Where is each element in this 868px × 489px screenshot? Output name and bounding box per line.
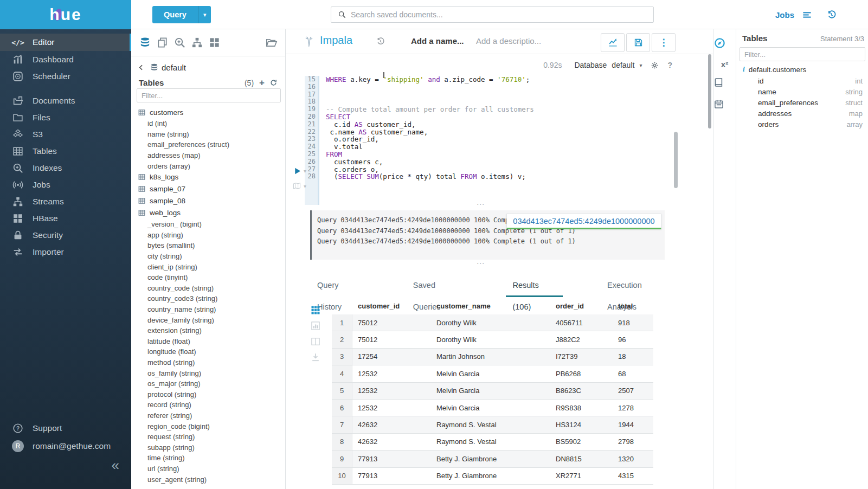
- tab-query-history[interactable]: Query History: [311, 274, 369, 297]
- column-item[interactable]: addresses (map): [131, 150, 285, 161]
- right-panel-filter-input[interactable]: [740, 47, 865, 61]
- hdfs-assist-icon[interactable]: [191, 36, 203, 49]
- apps-assist-icon[interactable]: [208, 36, 221, 49]
- jobs-list-icon[interactable]: [802, 10, 812, 20]
- active-table-name[interactable]: default.customers: [749, 66, 807, 74]
- breadcrumb-database[interactable]: default: [162, 63, 186, 72]
- database-caret-icon[interactable]: ▾: [639, 62, 642, 68]
- column-header[interactable]: customer_name: [428, 302, 548, 310]
- execute-options-caret-icon[interactable]: ▾: [304, 168, 306, 174]
- column-item[interactable]: request (string): [131, 432, 285, 442]
- right-column-item[interactable]: idint: [736, 75, 868, 86]
- log-resize-handle[interactable]: ⋯: [465, 202, 497, 207]
- sidebar-item-editor[interactable]: </>Editor: [0, 34, 131, 51]
- chart-view-icon[interactable]: [310, 320, 321, 331]
- query-name-field[interactable]: Add a name...: [411, 36, 464, 46]
- right-column-item[interactable]: addressesmap: [736, 108, 868, 119]
- column-item[interactable]: subapp (string): [131, 442, 285, 453]
- sql-assist-icon[interactable]: [139, 36, 151, 49]
- column-item[interactable]: longitude (float): [131, 346, 285, 357]
- sidebar-item-support[interactable]: ? Support: [0, 420, 131, 436]
- column-item[interactable]: time (string): [131, 453, 285, 464]
- column-header[interactable]: total: [608, 302, 653, 310]
- database-selector[interactable]: default: [612, 61, 634, 69]
- sidebar-item-streams[interactable]: Streams: [0, 193, 131, 210]
- column-item[interactable]: referer (string): [131, 410, 285, 421]
- hue-logo[interactable]: hue: [0, 0, 131, 29]
- more-actions-button[interactable]: ⋮: [652, 33, 676, 52]
- query-description-field[interactable]: Add a descriptio...: [476, 36, 541, 46]
- info-icon[interactable]: i: [743, 65, 745, 74]
- column-item[interactable]: extension (string): [131, 325, 285, 336]
- add-table-button[interactable]: +: [259, 79, 265, 87]
- sidebar-item-s3[interactable]: S3: [0, 126, 131, 143]
- column-item[interactable]: name (string): [131, 129, 285, 140]
- column-item[interactable]: client_ip (string): [131, 261, 285, 272]
- new-query-button[interactable]: Query ▾: [152, 6, 211, 23]
- query-dropdown-caret-icon[interactable]: ▾: [198, 6, 211, 23]
- solr-assist-icon[interactable]: [173, 36, 186, 49]
- column-item[interactable]: os_family (string): [131, 368, 285, 378]
- active-table-row[interactable]: i default.customers: [743, 65, 806, 74]
- code-scrollbar[interactable]: [674, 132, 678, 188]
- columns-view-icon[interactable]: [310, 336, 321, 347]
- column-header[interactable]: customer_id: [352, 302, 428, 310]
- sidebar-item-jobs[interactable]: Jobs: [0, 176, 131, 193]
- column-item[interactable]: city (string): [131, 251, 285, 262]
- table-item[interactable]: k8s_logs: [131, 171, 285, 183]
- query-history-icon[interactable]: [826, 10, 837, 20]
- sidebar-item-documents[interactable]: Documents: [0, 92, 131, 109]
- global-search-input[interactable]: [351, 10, 653, 19]
- right-column-item[interactable]: ordersarray: [736, 119, 868, 130]
- query-id-link[interactable]: 034d413ec7474ed5:4249de1000000000: [513, 217, 654, 226]
- main-scrollbar[interactable]: [708, 54, 711, 128]
- settings-gear-icon[interactable]: [650, 61, 659, 70]
- save-query-button[interactable]: [626, 33, 650, 52]
- column-item[interactable]: os_major (string): [131, 378, 285, 389]
- sidebar-item-importer[interactable]: Importer: [0, 243, 131, 260]
- language-docs-icon[interactable]: [713, 77, 724, 88]
- help-icon[interactable]: ?: [667, 61, 672, 69]
- sidebar-item-indexes[interactable]: Indexes: [0, 159, 131, 176]
- column-item[interactable]: protocol (string): [131, 389, 285, 400]
- column-item[interactable]: region_code (bigint): [131, 421, 285, 432]
- back-chevron-icon[interactable]: [138, 64, 145, 71]
- editor-history-icon[interactable]: [376, 37, 385, 46]
- right-column-item[interactable]: namestring: [736, 86, 868, 97]
- tables-filter-input[interactable]: [137, 88, 281, 102]
- column-item[interactable]: user_agent (string): [131, 474, 285, 485]
- jobs-link[interactable]: Jobs: [775, 10, 794, 20]
- table-item[interactable]: sample_07: [131, 183, 285, 195]
- execute-query-button[interactable]: ▾: [293, 166, 306, 176]
- column-item[interactable]: record (string): [131, 400, 285, 410]
- column-item[interactable]: device_family (string): [131, 314, 285, 325]
- sidebar-item-dashboard[interactable]: Dashboard: [0, 51, 131, 68]
- column-item[interactable]: url (string): [131, 464, 285, 474]
- assist-compass-icon[interactable]: [713, 37, 726, 49]
- column-item[interactable]: country_code3 (string): [131, 293, 285, 304]
- column-item[interactable]: code (tinyint): [131, 272, 285, 283]
- tab-saved-queries[interactable]: Saved Queries: [407, 274, 468, 297]
- results-resize-handle[interactable]: ⋯: [465, 261, 497, 266]
- column-header[interactable]: order_id: [548, 302, 608, 310]
- sidebar-item-scheduler[interactable]: Scheduler: [0, 68, 131, 85]
- table-item[interactable]: web_logs: [131, 207, 285, 219]
- column-item[interactable]: country_code (string): [131, 283, 285, 294]
- documents-assist-icon[interactable]: [156, 36, 169, 49]
- column-item[interactable]: email_preferences (struct): [131, 139, 285, 150]
- functions-icon[interactable]: x²: [719, 60, 731, 69]
- sidebar-item-hbase[interactable]: HBase: [0, 210, 131, 227]
- engine-selector[interactable]: Impala: [320, 34, 352, 47]
- download-results-icon[interactable]: [310, 352, 321, 363]
- tab-results-106-[interactable]: Results (106): [506, 274, 563, 297]
- sidebar-item-security[interactable]: Security: [0, 227, 131, 243]
- column-item[interactable]: app (string): [131, 230, 285, 241]
- tab-execution-analysis[interactable]: Execution Analysis: [601, 274, 675, 297]
- query-button-label[interactable]: Query: [152, 6, 198, 23]
- column-item[interactable]: orders (array): [131, 160, 285, 171]
- sidebar-item-files[interactable]: Files: [0, 109, 131, 126]
- grid-view-icon[interactable]: [310, 305, 321, 316]
- table-item[interactable]: customers: [131, 106, 285, 118]
- schedule-icon[interactable]: [713, 99, 724, 110]
- table-item[interactable]: sample_08: [131, 195, 285, 207]
